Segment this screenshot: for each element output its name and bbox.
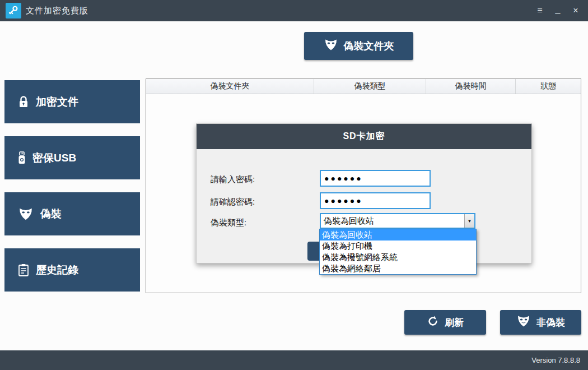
dropdown-option-recycle-bin[interactable]: 偽裝為回收站 — [320, 229, 476, 240]
sidebar-item-label: 加密文件 — [36, 95, 78, 109]
refresh-label: 刷新 — [445, 316, 464, 329]
sidebar-item-label: 歷史記錄 — [36, 263, 78, 278]
column-header-folder[interactable]: 偽裝文件夾 — [146, 79, 314, 94]
app-title: 文件加密免費版 — [26, 6, 88, 16]
sidebar-item-disguise[interactable]: 偽裝 — [4, 192, 140, 235]
mask-icon — [324, 38, 338, 54]
refresh-button[interactable]: 刷新 — [404, 310, 486, 335]
confirm-password-input[interactable] — [320, 192, 431, 209]
password-input[interactable] — [320, 170, 431, 187]
disguise-type-combobox[interactable]: 偽裝為回收站 ▼ — [320, 213, 475, 229]
sidebar-item-label: 偽裝 — [40, 207, 62, 221]
app-key-icon — [6, 3, 21, 18]
sidebar-item-label: 密保USB — [32, 151, 76, 165]
table-header-row: 偽裝文件夾 偽裝類型 偽裝時間 狀態 — [146, 79, 581, 94]
dialog-title: SD卡加密 — [197, 124, 531, 149]
mask-icon — [18, 207, 34, 221]
disguise-type-dropdown: 偽裝為回收站 偽裝為打印機 偽裝為撥號網絡系統 偽裝為網絡鄰居 — [319, 229, 477, 275]
dropdown-option-printer[interactable]: 偽裝為打印機 — [320, 240, 476, 252]
history-icon — [18, 263, 29, 277]
titlebar: 文件加密免費版 ≡ _ × — [0, 0, 588, 21]
column-header-time[interactable]: 偽裝時間 — [426, 79, 516, 94]
dropdown-option-dialup[interactable]: 偽裝為撥號網絡系統 — [320, 252, 476, 263]
disguise-folder-button[interactable]: 偽裝文件夾 — [304, 32, 413, 60]
usb-icon — [18, 151, 26, 165]
disguise-type-label: 偽裝類型: — [211, 218, 246, 228]
confirm-password-label: 請確認密碼: — [211, 197, 255, 207]
chevron-down-icon[interactable]: ▼ — [464, 214, 474, 228]
undisguise-button[interactable]: 非偽裝 — [500, 310, 581, 335]
minimize-icon[interactable]: _ — [550, 3, 566, 18]
dropdown-option-network[interactable]: 偽裝為網絡鄰居 — [320, 263, 476, 274]
menu-icon[interactable]: ≡ — [532, 3, 548, 18]
lock-icon — [18, 96, 29, 108]
version-label: Version 7.8.8.8 — [531, 356, 580, 364]
combobox-value: 偽裝為回收站 — [321, 216, 464, 226]
sidebar-item-usb[interactable]: 密保USB — [4, 136, 140, 179]
disguise-folder-label: 偽裝文件夾 — [344, 39, 394, 53]
statusbar: Version 7.8.8.8 — [0, 350, 588, 370]
mask-icon — [516, 314, 531, 331]
close-icon[interactable]: × — [568, 3, 584, 18]
column-header-type[interactable]: 偽裝類型 — [314, 79, 426, 94]
undisguise-label: 非偽裝 — [536, 316, 565, 329]
refresh-icon — [427, 315, 439, 330]
sidebar-item-encrypt-files[interactable]: 加密文件 — [4, 80, 140, 123]
password-label: 請輸入密碼: — [211, 174, 255, 185]
column-header-status[interactable]: 狀態 — [516, 79, 581, 94]
sidebar-item-history[interactable]: 歷史記錄 — [4, 248, 140, 292]
